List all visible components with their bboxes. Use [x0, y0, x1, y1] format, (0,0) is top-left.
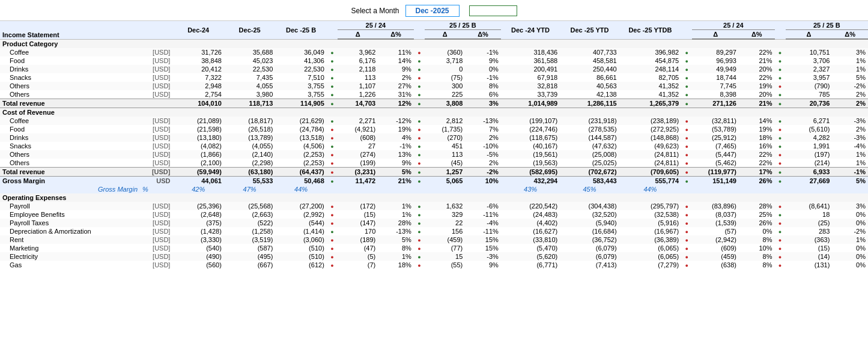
red-indicator: ● [685, 254, 688, 260]
red-indicator: ● [417, 237, 420, 243]
red-indicator: ● [685, 118, 688, 124]
green-indicator: ● [330, 58, 333, 64]
red-indicator: ● [685, 152, 688, 158]
red-indicator: ● [330, 246, 333, 252]
green-indicator: ● [778, 229, 782, 235]
red-indicator: ● [778, 83, 782, 90]
month-input[interactable]: Dec -2025 [405, 5, 460, 17]
red-indicator: ● [330, 135, 333, 141]
green-indicator: ● [417, 212, 420, 218]
table-row: Gross Margin%42%47%44%43%45%44% [0, 185, 868, 193]
col-dec24: Dec-24 [172, 21, 223, 39]
income-table: Income Statement Dec-24 Dec-25 Dec -25 B… [0, 21, 868, 269]
table-row: Gross MarginUSD44,06155,53350,468●11,472… [0, 177, 868, 186]
col-ytd2524-pct: Δ% [739, 30, 775, 40]
red-indicator: ● [685, 246, 688, 252]
red-indicator: ● [417, 127, 420, 133]
green-indicator: ● [330, 229, 333, 235]
green-indicator: ● [417, 254, 420, 260]
red-indicator: ● [685, 204, 688, 210]
table-row: Others[USD](2,100)(2,298)(2,253)●(199)9%… [0, 159, 868, 168]
red-indicator: ● [778, 237, 782, 243]
col-ytd2524-delta: Δ [692, 30, 739, 40]
col-2525b-pct: Δ% [465, 30, 501, 40]
green-indicator: ● [417, 220, 420, 226]
col-dec25ytd: Dec -25 YTD [560, 21, 619, 39]
header-row-1: Income Statement Dec-24 Dec-25 Dec -25 B… [0, 21, 868, 30]
table-row: Operating Expenses [0, 193, 868, 202]
red-indicator: ● [330, 220, 333, 226]
red-indicator: ● [330, 254, 333, 260]
green-indicator: ● [778, 135, 782, 141]
empty-box[interactable] [469, 5, 517, 16]
red-indicator: ● [685, 169, 688, 175]
top-bar: Select a Month Dec -2025 [0, 0, 868, 21]
red-indicator: ● [417, 135, 420, 141]
green-indicator: ● [330, 178, 333, 184]
col-dec25ytdb: Dec -25 YTDB [619, 21, 682, 39]
green-indicator: ● [685, 67, 688, 73]
green-indicator: ● [685, 75, 688, 81]
col-unit [140, 21, 172, 39]
col-empty-ind4 [775, 21, 786, 39]
col-2524-delta: Δ [338, 30, 378, 40]
red-indicator: ● [685, 229, 688, 235]
green-indicator: ● [778, 118, 782, 124]
green-indicator: ● [778, 58, 782, 64]
green-indicator: ● [417, 101, 420, 107]
red-indicator: ● [778, 220, 782, 226]
green-indicator: ● [778, 75, 782, 81]
table-row: Coffee[USD](21,089)(18,817)(21,629)●2,27… [0, 117, 868, 125]
green-indicator: ● [330, 50, 333, 56]
green-indicator: ● [330, 83, 333, 90]
col-2524-pct: Δ% [378, 30, 414, 40]
table-row: Coffee[USD]31,72635,68836,049●3,96211%●(… [0, 48, 868, 56]
select-month-container: Select a Month Dec -2025 [351, 5, 459, 17]
red-indicator: ● [330, 204, 333, 210]
green-indicator: ● [778, 178, 782, 184]
red-indicator: ● [685, 237, 688, 243]
table-row: Product Category [0, 39, 868, 48]
table-row: Snacks[USD](4,082)(4,055)(4,506)●27-1%●4… [0, 142, 868, 150]
col-empty-ind2 [414, 21, 425, 39]
table-row: Employee Benefits[USD](2,648)(2,663)(2,9… [0, 210, 868, 219]
col-ytd2525b-pct: Δ% [832, 30, 868, 40]
green-indicator: ● [685, 83, 688, 90]
green-indicator: ● [330, 118, 333, 124]
green-indicator: ● [685, 58, 688, 64]
table-row: Snacks[USD]7,3227,4357,510●1132%●(75)-1%… [0, 73, 868, 82]
green-indicator: ● [685, 50, 688, 56]
group-2524: 25 / 24 [338, 21, 414, 30]
red-indicator: ● [778, 152, 782, 158]
table-row: Others[USD]2,7543,9803,755●1,22631%●2256… [0, 90, 868, 99]
col-ytd2525b-delta: Δ [786, 30, 833, 40]
green-indicator: ● [417, 58, 420, 64]
red-indicator: ● [330, 237, 333, 243]
red-indicator: ● [685, 220, 688, 226]
green-indicator: ● [417, 92, 420, 98]
red-indicator: ● [685, 144, 688, 150]
col-dec25b: Dec -25 B [275, 21, 326, 39]
table-row: Payroll Taxes[USD](375)(522)(544)●(147)2… [0, 219, 868, 227]
red-indicator: ● [330, 263, 333, 269]
red-indicator: ● [778, 127, 782, 133]
table-row: Total revenue104,010118,713114,905●14,70… [0, 99, 868, 108]
col-empty-ind3 [681, 21, 692, 39]
green-indicator: ● [778, 92, 782, 98]
green-indicator: ● [778, 212, 782, 218]
table-row: Drinks[USD](13,180)(13,789)(13,518)●(608… [0, 133, 868, 142]
red-indicator: ● [417, 50, 420, 56]
green-indicator: ● [417, 144, 420, 150]
table-row: Food[USD]38,84845,02341,306●6,17614%●3,7… [0, 56, 868, 65]
table-row: Total revenue[USD](59,949)(63,180)(64,43… [0, 168, 868, 177]
table-row: Others[USD]2,9484,0553,755●1,10727%●3008… [0, 82, 868, 90]
red-indicator: ● [417, 246, 420, 252]
red-indicator: ● [778, 160, 782, 166]
green-indicator: ● [330, 144, 333, 150]
select-month-label: Select a Month [351, 7, 399, 15]
col-empty-ind1 [327, 21, 338, 39]
green-indicator: ● [417, 118, 420, 124]
green-indicator: ● [685, 101, 688, 107]
green-indicator: ● [685, 178, 688, 184]
col-2525b-delta: Δ [425, 30, 465, 40]
